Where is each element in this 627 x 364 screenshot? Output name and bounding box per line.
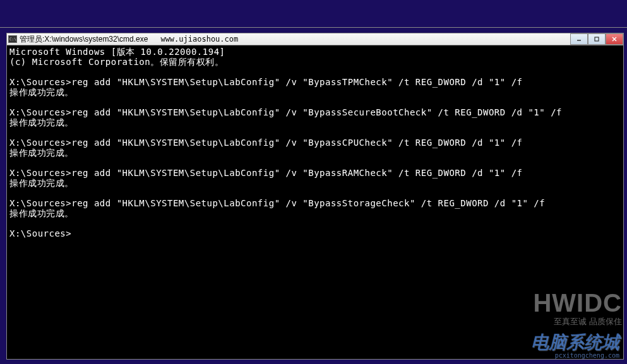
terminal-line: 操作成功完成。 bbox=[9, 208, 621, 218]
terminal-line: X:\Sources>reg add "HKLM\SYSTEM\Setup\La… bbox=[9, 138, 621, 148]
minimize-button[interactable] bbox=[570, 33, 588, 45]
cmd-window: 管理员: X:\windows\system32\cmd.exe www.uji… bbox=[6, 33, 624, 360]
terminal-line bbox=[9, 127, 621, 138]
terminal-line bbox=[9, 97, 621, 107]
terminal-line: X:\Sources> bbox=[9, 228, 621, 238]
terminal-line bbox=[9, 188, 621, 198]
maximize-icon bbox=[594, 36, 600, 42]
titlebar-url: www.ujiaoshou.com bbox=[160, 35, 238, 44]
terminal-line: 操作成功完成。 bbox=[9, 178, 621, 188]
terminal-line: 操作成功完成。 bbox=[9, 148, 621, 158]
terminal-output[interactable]: Microsoft Windows [版本 10.0.22000.194](c)… bbox=[7, 45, 623, 359]
terminal-line: 操作成功完成。 bbox=[9, 87, 621, 97]
terminal-line bbox=[9, 158, 621, 168]
terminal-line: X:\Sources>reg add "HKLM\SYSTEM\Setup\La… bbox=[9, 77, 621, 87]
terminal-line bbox=[9, 218, 621, 228]
terminal-line: X:\Sources>reg add "HKLM\SYSTEM\Setup\La… bbox=[9, 107, 621, 117]
close-button[interactable] bbox=[606, 33, 623, 45]
terminal-line: Microsoft Windows [版本 10.0.22000.194] bbox=[9, 47, 621, 57]
maximize-button[interactable] bbox=[588, 33, 606, 45]
titlebar[interactable]: 管理员: X:\windows\system32\cmd.exe www.uji… bbox=[7, 33, 623, 45]
titlebar-path: X:\windows\system32\cmd.exe bbox=[44, 35, 148, 44]
close-icon bbox=[611, 36, 618, 42]
titlebar-prefix: 管理员: bbox=[20, 34, 44, 45]
background-divider bbox=[0, 27, 627, 28]
minimize-icon bbox=[576, 36, 582, 42]
cmd-icon bbox=[8, 35, 17, 43]
terminal-line: 操作成功完成。 bbox=[9, 117, 621, 127]
window-controls bbox=[570, 33, 623, 45]
svg-rect-1 bbox=[595, 37, 599, 41]
terminal-line: (c) Microsoft Corporation。保留所有权利。 bbox=[9, 57, 621, 67]
terminal-line bbox=[9, 67, 621, 77]
terminal-line: X:\Sources>reg add "HKLM\SYSTEM\Setup\La… bbox=[9, 198, 621, 208]
terminal-line: X:\Sources>reg add "HKLM\SYSTEM\Setup\La… bbox=[9, 168, 621, 178]
